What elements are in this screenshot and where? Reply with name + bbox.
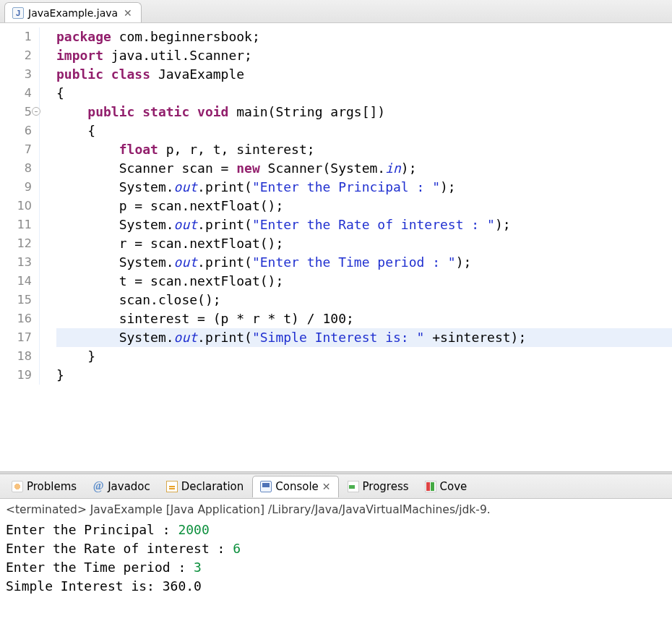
view-label: Problems	[27, 480, 77, 493]
code-line[interactable]: }	[56, 347, 672, 366]
code-line[interactable]: }	[56, 366, 672, 385]
code-line[interactable]: p = scan.nextFloat();	[56, 197, 672, 215]
console-line: Enter the Principal : 2000	[6, 521, 666, 539]
view-tab-coverage[interactable]: Cove	[418, 476, 475, 497]
view-label: Declaration	[181, 480, 244, 493]
view-tab-javadoc[interactable]: @ Javadoc	[85, 476, 158, 497]
problems-icon	[12, 481, 23, 492]
code-line[interactable]: System.out.print("Enter the Rate of inte…	[56, 215, 672, 234]
editor-tab-bar: J JavaExample.java ✕	[0, 0, 672, 23]
editor-area: J JavaExample.java ✕ 12345–6789101112131…	[0, 0, 672, 385]
view-label: Cove	[440, 480, 468, 493]
view-label: Javadoc	[108, 480, 150, 493]
progress-icon	[348, 481, 359, 492]
code-line[interactable]: System.out.print("Enter the Time period …	[56, 253, 672, 272]
code-line[interactable]: scan.close();	[56, 291, 672, 309]
code-line[interactable]: Scanner scan = new Scanner(System.in);	[56, 159, 672, 178]
code-line[interactable]: sinterest = (p * r * t) / 100;	[56, 309, 672, 328]
console-status-line: <terminated> JavaExample [Java Applicati…	[6, 500, 666, 521]
console-line: Enter the Rate of interest : 6	[6, 539, 666, 558]
view-tab-console[interactable]: Console ✕	[252, 476, 338, 497]
views-tab-bar: Problems @ Javadoc Declaration Console ✕…	[0, 474, 672, 499]
javadoc-icon: @	[92, 481, 104, 492]
code-line[interactable]: System.out.print("Simple Interest is: " …	[56, 328, 672, 347]
view-tab-progress[interactable]: Progress	[340, 476, 416, 497]
console-line: Simple Interest is: 360.0	[6, 577, 666, 596]
console-output[interactable]: Enter the Principal : 2000Enter the Rate…	[6, 521, 666, 596]
code-line[interactable]: float p, r, t, sinterest;	[56, 140, 672, 159]
code-line[interactable]: System.out.print("Enter the Principal : …	[56, 178, 672, 197]
line-number-gutter: 12345–678910111213141516171819	[0, 27, 39, 385]
editor-tab-javaexample[interactable]: J JavaExample.java ✕	[4, 2, 142, 22]
close-icon[interactable]: ✕	[122, 7, 134, 19]
code-line[interactable]: {	[56, 121, 672, 140]
view-label: Console	[275, 480, 319, 493]
code-line[interactable]: import java.util.Scanner;	[56, 46, 672, 65]
console-icon	[260, 481, 272, 492]
code-content[interactable]: package com.beginnersbook;import java.ut…	[51, 27, 672, 385]
java-file-icon: J	[12, 7, 24, 19]
code-line[interactable]: public static void main(String args[])	[56, 103, 672, 121]
declaration-icon	[166, 481, 178, 492]
fold-column	[39, 27, 51, 385]
code-pane[interactable]: 12345–678910111213141516171819 package c…	[0, 23, 672, 385]
code-line[interactable]: r = scan.nextFloat();	[56, 234, 672, 253]
code-line[interactable]: {	[56, 84, 672, 103]
code-line[interactable]: package com.beginnersbook;	[56, 27, 672, 46]
console-line: Enter the Time period : 3	[6, 558, 666, 577]
console-view: <terminated> JavaExample [Java Applicati…	[0, 499, 672, 600]
view-tab-declaration[interactable]: Declaration	[159, 476, 251, 497]
close-icon[interactable]: ✕	[322, 481, 331, 492]
fold-toggle-icon[interactable]: –	[32, 107, 40, 116]
view-tab-problems[interactable]: Problems	[4, 476, 84, 497]
code-line[interactable]: public class JavaExample	[56, 65, 672, 84]
view-label: Progress	[363, 480, 409, 493]
editor-tab-label: JavaExample.java	[28, 7, 118, 19]
coverage-icon	[425, 481, 436, 492]
code-line[interactable]: t = scan.nextFloat();	[56, 272, 672, 291]
